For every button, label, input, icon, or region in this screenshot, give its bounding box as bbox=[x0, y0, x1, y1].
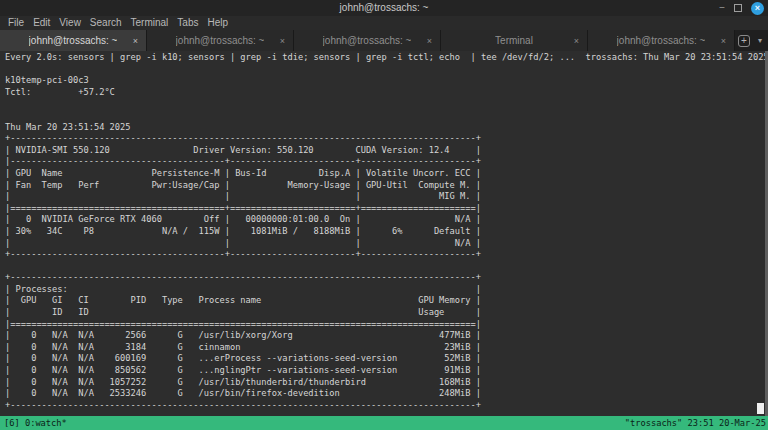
tab-label: johnh@trossachs: ~ bbox=[176, 35, 265, 46]
terminal-output: Every 2.0s: sensors | grep -i k10; senso… bbox=[5, 52, 768, 411]
menu-edit[interactable]: Edit bbox=[33, 16, 50, 30]
tmux-host-clock: "trossachs" 23:51 20-Mar-25 bbox=[625, 416, 766, 430]
tab-terminal[interactable]: Terminal × bbox=[441, 30, 588, 51]
tmux-session-window: [6] 0:watch* bbox=[4, 416, 67, 430]
terminal-screen[interactable]: Every 2.0s: sensors | grep -i k10; senso… bbox=[0, 51, 768, 416]
terminal-cursor bbox=[757, 403, 764, 414]
close-icon[interactable]: × bbox=[751, 2, 764, 15]
tab-johnh-trossachs-3[interactable]: johnh@trossachs: ~ × bbox=[294, 30, 441, 51]
tab-menu-chevron-icon[interactable]: ▾ bbox=[758, 36, 762, 45]
tab-label: Terminal bbox=[495, 35, 533, 46]
menu-help[interactable]: Help bbox=[207, 16, 228, 30]
tab-johnh-trossachs-1[interactable]: johnh@trossachs: ~ × bbox=[0, 30, 147, 51]
terminal-window: johnh@trossachs: ~ − × File Edit View Se… bbox=[0, 0, 768, 430]
tab-johnh-trossachs-4[interactable]: johnh@trossachs: ~ × bbox=[588, 30, 735, 51]
titlebar[interactable]: johnh@trossachs: ~ − × bbox=[0, 0, 768, 16]
menu-terminal[interactable]: Terminal bbox=[131, 16, 169, 30]
new-tab-icon[interactable]: + bbox=[738, 35, 750, 47]
tab-close-icon[interactable]: × bbox=[574, 36, 579, 46]
tab-close-icon[interactable]: × bbox=[133, 36, 138, 46]
menu-view[interactable]: View bbox=[59, 16, 81, 30]
menubar: File Edit View Search Terminal Tabs Help bbox=[0, 16, 768, 30]
menu-search[interactable]: Search bbox=[90, 16, 122, 30]
maximize-icon[interactable] bbox=[734, 4, 742, 12]
window-title: johnh@trossachs: ~ bbox=[0, 0, 768, 16]
window-controls: − × bbox=[719, 0, 764, 16]
tmux-statusbar: [6] 0:watch* "trossachs" 23:51 20-Mar-25 bbox=[0, 416, 768, 430]
tab-label: johnh@trossachs: ~ bbox=[323, 35, 412, 46]
tab-label: johnh@trossachs: ~ bbox=[29, 35, 118, 46]
tab-close-icon[interactable]: × bbox=[721, 36, 726, 46]
tab-label: johnh@trossachs: ~ bbox=[617, 35, 706, 46]
tab-close-icon[interactable]: × bbox=[427, 36, 432, 46]
minimize-icon[interactable]: − bbox=[719, 0, 725, 16]
menu-tabs[interactable]: Tabs bbox=[177, 16, 198, 30]
tabbar-tools: + ▾ bbox=[735, 30, 768, 51]
tab-johnh-trossachs-2[interactable]: johnh@trossachs: ~ × bbox=[147, 30, 294, 51]
menu-file[interactable]: File bbox=[8, 16, 24, 30]
tab-close-icon[interactable]: × bbox=[280, 36, 285, 46]
tabbar: johnh@trossachs: ~ × johnh@trossachs: ~ … bbox=[0, 30, 768, 51]
